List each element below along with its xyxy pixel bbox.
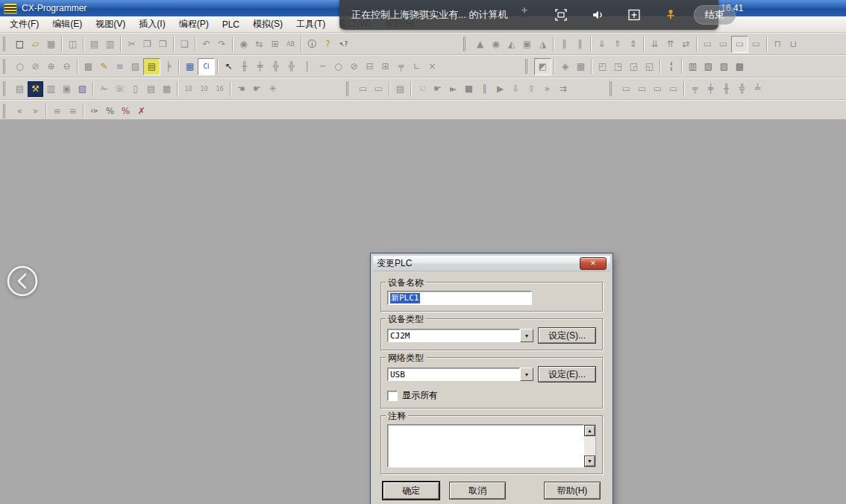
view-mnemonics-button[interactable]: ▦ [182, 59, 198, 75]
toggle-project-window-button[interactable]: ▤ [12, 81, 28, 97]
comment-scrollbar[interactable]: ▲ ▼ [584, 424, 596, 467]
show-comments-button[interactable]: ✎ [96, 59, 112, 75]
toolbar-grip[interactable] [3, 59, 9, 74]
fullscreen-icon[interactable] [553, 7, 569, 23]
drag-handle-icon[interactable]: ✛ [521, 6, 527, 14]
rung-split-button[interactable]: ╬ [734, 81, 750, 97]
scroll-down-icon[interactable]: ▼ [584, 456, 595, 467]
online-compare-button[interactable]: ⇄ [678, 37, 694, 52]
address-reference-tool-button[interactable]: ╏ [663, 59, 679, 75]
end-session-button[interactable]: 结束 [694, 5, 736, 25]
step-in-button[interactable]: ⇩ [508, 81, 524, 97]
toolbar-grip[interactable] [610, 81, 615, 96]
new-closed-contact-button[interactable]: ╪ [252, 59, 268, 75]
window-4-button[interactable]: ▩ [732, 59, 748, 75]
rung-up-button[interactable]: ╤ [687, 81, 703, 97]
chevron-down-icon[interactable]: ▼ [520, 329, 533, 342]
scroll-up-icon[interactable]: ▲ [584, 425, 595, 436]
device-type-select[interactable]: CJ2M ▼ [387, 329, 533, 342]
new-contact-or-button[interactable]: ╬ [268, 59, 283, 75]
network-type-select[interactable]: USB ▼ [387, 368, 533, 381]
window-3-button[interactable]: ▨ [716, 59, 732, 75]
new-fb-invocation-button[interactable]: ⊞ [377, 59, 393, 75]
io-table-button[interactable]: ▦ [573, 59, 589, 75]
insert-row-above-button[interactable]: ◰ [595, 59, 610, 75]
cross-reference-button[interactable]: ✁ [96, 81, 112, 97]
toggle-watch-window-button[interactable]: ▣ [59, 81, 75, 97]
pause-at-start-button[interactable]: ☜ [414, 81, 430, 97]
rung-insert-button[interactable]: ╫ [718, 81, 734, 97]
new-closed-contact-or-button[interactable]: ╬ [283, 59, 299, 75]
find-replace-button[interactable]: ⇆ [251, 37, 267, 52]
select-mode-button[interactable]: ↖ [221, 59, 236, 75]
toolbar-grip[interactable] [346, 81, 352, 96]
monitor-window-3-button[interactable]: ▭ [731, 36, 748, 53]
new-closed-coil-button[interactable]: ⊘ [346, 59, 362, 75]
paste-button[interactable]: ❒ [155, 37, 171, 52]
new-instruction-button[interactable]: ⊟ [362, 59, 377, 75]
step-out-button[interactable]: ⇧ [524, 81, 539, 97]
show-rung-annotations-button[interactable]: ≡ [112, 59, 128, 75]
toolbar-grip[interactable] [3, 81, 9, 96]
diff-percent-accept-button[interactable]: % [102, 104, 118, 119]
replace-all-button[interactable]: AB [283, 37, 298, 52]
pause-button[interactable]: ‖ [572, 37, 588, 52]
debug-mode-button[interactable]: ▣ [519, 37, 535, 52]
new-contact-button[interactable]: ╫ [236, 59, 252, 75]
horizontal-line-button[interactable]: ─ [315, 59, 330, 75]
close-icon[interactable]: ✕ [580, 257, 607, 270]
comment-textarea[interactable] [387, 424, 584, 467]
cancel-button[interactable]: 取消 [449, 482, 506, 500]
comms-settings-button[interactable]: ☏ [112, 81, 128, 97]
run-simulation-button[interactable]: ► [445, 81, 461, 97]
print-preview-button[interactable]: ▥ [102, 37, 118, 52]
differential-monitor-button[interactable]: ⊓ [770, 37, 786, 52]
toggle-project-workspace-button[interactable]: ◩ [534, 58, 551, 75]
properties-button[interactable]: ▧ [75, 81, 90, 97]
context-help-button[interactable]: ↖? [336, 37, 351, 52]
watch-window-1-button[interactable]: ▭ [355, 81, 371, 97]
insert-row-below-button[interactable]: ◲ [626, 59, 642, 75]
rung-comment-list-button[interactable]: ≡ [49, 104, 65, 119]
insert-column-button[interactable]: ◱ [642, 59, 657, 75]
compare-with-plc-button[interactable]: ⇕ [625, 37, 641, 52]
new-coil-button[interactable]: ○ [330, 59, 346, 75]
rung-join-button[interactable]: ╧ [750, 81, 765, 97]
symbols-table-button[interactable]: ◈ [557, 59, 573, 75]
menu-view[interactable]: 视图(V) [89, 16, 132, 32]
transfer-from-plc-button[interactable]: ⇑ [610, 37, 625, 52]
pin-icon[interactable] [662, 7, 679, 23]
indent-right-button[interactable]: » [28, 104, 43, 119]
back-indicator-button[interactable] [5, 263, 41, 299]
ladder-editor-button[interactable]: ⚒ [28, 81, 43, 97]
device-type-settings-button[interactable]: 设定(S)... [538, 327, 596, 344]
step-run-button[interactable]: ▶ [492, 81, 508, 97]
window-1-button[interactable]: ▥ [685, 59, 701, 75]
simulator-window-button[interactable]: ▤ [392, 81, 408, 97]
show-rungs-button[interactable]: ▤ [143, 58, 160, 75]
force-off-button[interactable]: ☛ [249, 81, 265, 97]
save-project-button[interactable]: ▦ [43, 37, 59, 52]
menu-plc[interactable]: PLC [216, 18, 246, 31]
help-button[interactable]: ? [320, 37, 336, 52]
menu-tools[interactable]: 工具(T) [289, 16, 332, 32]
show-io-comment-button[interactable]: ▨ [128, 59, 143, 75]
io-comment-view-button[interactable]: ▯ [128, 81, 143, 97]
network-type-settings-button[interactable]: 设定(E)... [538, 366, 596, 382]
show-grid-button[interactable]: ▩ [81, 59, 96, 75]
diff-mark-button[interactable]: ✑ [87, 104, 102, 119]
force-cancel-button[interactable]: ✳ [265, 81, 281, 97]
online-find-button[interactable]: ◭ [504, 37, 519, 52]
monitor-mode-button[interactable]: ◉ [488, 37, 504, 52]
line-connect-button[interactable]: ∟ [409, 59, 424, 75]
watch-window-2-button[interactable]: ▭ [371, 81, 386, 97]
scan-run-button[interactable]: ⇉ [555, 81, 571, 97]
plc-error-log-button[interactable]: ▭ [650, 81, 665, 97]
plc-memory-button[interactable]: ▭ [634, 81, 650, 97]
monitor-window-4-button[interactable]: ▭ [748, 37, 764, 52]
pause-monitor-button[interactable]: ‖ [557, 37, 572, 52]
view-ladder-button[interactable]: CI [198, 58, 215, 75]
zoom-out-button[interactable]: ⊖ [59, 59, 75, 75]
vertical-line-button[interactable]: │ [299, 59, 315, 75]
rung-wrap-button[interactable]: ▤ [143, 81, 159, 97]
